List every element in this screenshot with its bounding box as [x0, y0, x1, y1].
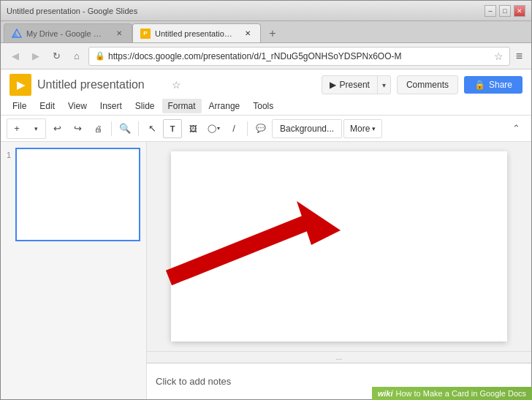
- comments-button[interactable]: Comments: [397, 75, 458, 94]
- title-bar-controls: – □ ✕: [484, 5, 525, 17]
- slide-canvas-wrapper[interactable]: [147, 142, 531, 351]
- separator-3: [247, 121, 248, 136]
- collapse-toolbar-button[interactable]: ⌃: [506, 119, 525, 138]
- present-icon: ▶: [330, 80, 336, 90]
- slides-tab-icon: P: [140, 29, 151, 39]
- menu-arrange[interactable]: Arrange: [203, 99, 246, 113]
- more-button[interactable]: More ▾: [343, 119, 382, 138]
- slides-app: ▶ Untitled presentation ☆ ▶ Present ▾ Co…: [1, 69, 531, 399]
- slide-number: 1: [7, 148, 11, 159]
- comment-tool[interactable]: 💬: [251, 119, 270, 138]
- more-dropdown-icon: ▾: [372, 125, 376, 132]
- add-slide-group: + ▾: [7, 118, 46, 139]
- zoom-button[interactable]: 🔍: [115, 119, 134, 138]
- tab-bar: My Drive - Google Drive ✕ P Untitled pre…: [1, 21, 531, 43]
- shape-tool[interactable]: ◯ ▾: [204, 119, 223, 138]
- notes-divider: ...: [147, 351, 531, 363]
- maximize-button[interactable]: □: [499, 5, 511, 17]
- app-title-row: ▶ Untitled presentation ☆ ▶ Present ▾ Co…: [1, 69, 531, 97]
- separator-2: [138, 121, 139, 136]
- new-tab-button[interactable]: +: [264, 25, 281, 42]
- tab-slides-label: Untitled presentation - Go: [155, 29, 235, 38]
- browser-menu-button[interactable]: ≡: [513, 50, 525, 63]
- editor-area: ... Click to add notes: [147, 142, 531, 399]
- tab-drive-label: My Drive - Google Drive: [26, 29, 107, 38]
- tab-slides-close[interactable]: ✕: [243, 29, 253, 39]
- present-label: Present: [340, 80, 370, 90]
- minimize-button[interactable]: –: [484, 5, 496, 17]
- address-bar: ◀ ▶ ↻ ⌂ 🔒 https://docs.google.com/presen…: [1, 43, 531, 69]
- wikihow-bar: wiki How to Make a Card in Google Docs: [372, 387, 532, 400]
- line-tool[interactable]: /: [224, 119, 243, 138]
- menu-insert[interactable]: Insert: [94, 99, 128, 113]
- back-button[interactable]: ◀: [7, 48, 24, 65]
- share-label: Share: [489, 80, 512, 90]
- favorite-star-icon[interactable]: ☆: [172, 79, 181, 91]
- menu-tools[interactable]: Tools: [247, 99, 279, 113]
- image-tool[interactable]: 🖼: [183, 119, 202, 138]
- slide-thumb-container: 1: [7, 148, 140, 241]
- print-button[interactable]: 🖨: [88, 119, 107, 138]
- menu-slide[interactable]: Slide: [129, 99, 161, 113]
- share-button[interactable]: 🔒 Share: [464, 76, 522, 94]
- menu-edit[interactable]: Edit: [34, 99, 61, 113]
- add-slide-dropdown[interactable]: ▾: [26, 119, 45, 138]
- present-button[interactable]: ▶ Present ▾: [322, 75, 391, 94]
- title-bar: Untitled presentation - Google Slides – …: [1, 1, 531, 21]
- slide-thumbnail[interactable]: [15, 148, 140, 241]
- slides-panel: 1: [1, 142, 147, 399]
- browser-window: Untitled presentation - Google Slides – …: [0, 0, 532, 400]
- tab-drive[interactable]: My Drive - Google Drive ✕: [4, 23, 132, 42]
- close-button[interactable]: ✕: [514, 5, 525, 17]
- undo-button[interactable]: ↩: [48, 119, 66, 138]
- wikihow-text: How to Make a Card in Google Docs: [395, 389, 526, 398]
- background-button[interactable]: Background...: [272, 119, 342, 138]
- separator-1: [111, 121, 112, 136]
- home-button[interactable]: ⌂: [68, 48, 86, 65]
- notes-dots: ...: [336, 353, 342, 361]
- select-tool[interactable]: ↖: [142, 119, 162, 138]
- drive-icon: [12, 29, 22, 39]
- tab-slides[interactable]: P Untitled presentation - Go ✕: [132, 23, 261, 42]
- menu-bar: File Edit View Insert Slide Format Arran…: [1, 97, 531, 115]
- add-slide-button[interactable]: +: [7, 119, 26, 138]
- slide-canvas[interactable]: [171, 151, 507, 341]
- main-content: 1: [1, 142, 531, 399]
- slides-logo: ▶: [10, 74, 31, 96]
- forward-button[interactable]: ▶: [27, 48, 45, 65]
- redo-button[interactable]: ↪: [68, 119, 87, 138]
- text-tool[interactable]: T: [163, 119, 182, 138]
- comments-label: Comments: [406, 80, 449, 90]
- url-text: https://docs.google.com/presentation/d/1…: [108, 51, 491, 61]
- menu-view[interactable]: View: [62, 99, 93, 113]
- header-actions: ▶ Present ▾ Comments 🔒 Share: [322, 75, 522, 94]
- app-header: ▶ Untitled presentation ☆ ▶ Present ▾ Co…: [1, 69, 531, 116]
- lock-share-icon: 🔒: [474, 80, 485, 90]
- more-label: More: [350, 124, 370, 134]
- present-dropdown[interactable]: ▾: [378, 78, 390, 93]
- star-icon[interactable]: ☆: [494, 50, 503, 62]
- lock-icon: 🔒: [95, 51, 105, 61]
- wikihow-logo: wiki: [378, 389, 393, 398]
- menu-file[interactable]: File: [7, 99, 32, 113]
- background-label: Background...: [280, 124, 334, 134]
- menu-format[interactable]: Format: [162, 99, 202, 113]
- present-main[interactable]: ▶ Present: [322, 76, 378, 94]
- presentation-title[interactable]: Untitled presentation: [37, 78, 166, 91]
- url-bar[interactable]: 🔒 https://docs.google.com/presentation/d…: [88, 47, 510, 66]
- tab-drive-close[interactable]: ✕: [114, 29, 124, 39]
- refresh-button[interactable]: ↻: [48, 48, 65, 65]
- toolbar: + ▾ ↩ ↪ 🖨 🔍 ↖ T 🖼 ◯ ▾ / 💬: [1, 116, 531, 142]
